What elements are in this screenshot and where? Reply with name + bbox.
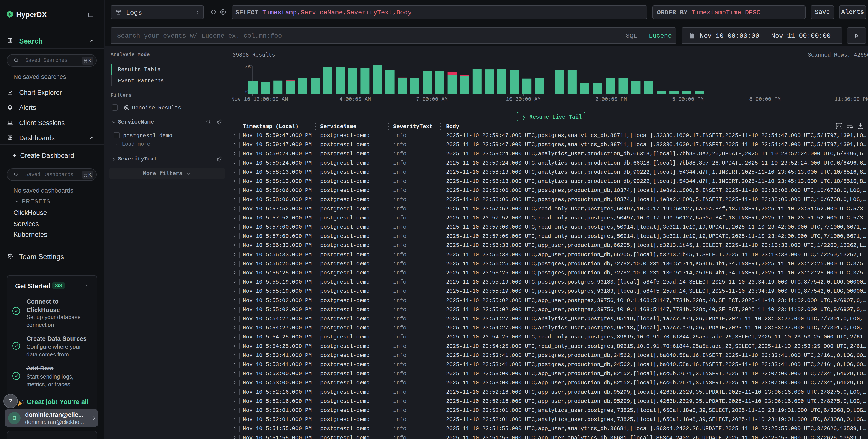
svg-text:2:00:00 PM: 2:00:00 PM [595, 96, 627, 102]
svg-text:2K: 2K [244, 64, 251, 70]
svg-text:10:30:00 AM: 10:30:00 AM [506, 96, 541, 102]
svg-text:Nov 10 12:00:00 AM: Nov 10 12:00:00 AM [231, 96, 288, 102]
svg-text:7:00:00 AM: 7:00:00 AM [416, 96, 448, 102]
svg-text:8:00:00 PM: 8:00:00 PM [749, 96, 781, 102]
svg-text:11:30:00 PM: 11:30:00 PM [835, 96, 868, 102]
svg-text:5:00:00 PM: 5:00:00 PM [672, 96, 704, 102]
svg-text:4:00:00 AM: 4:00:00 AM [339, 96, 371, 102]
svg-text:0: 0 [245, 89, 248, 95]
